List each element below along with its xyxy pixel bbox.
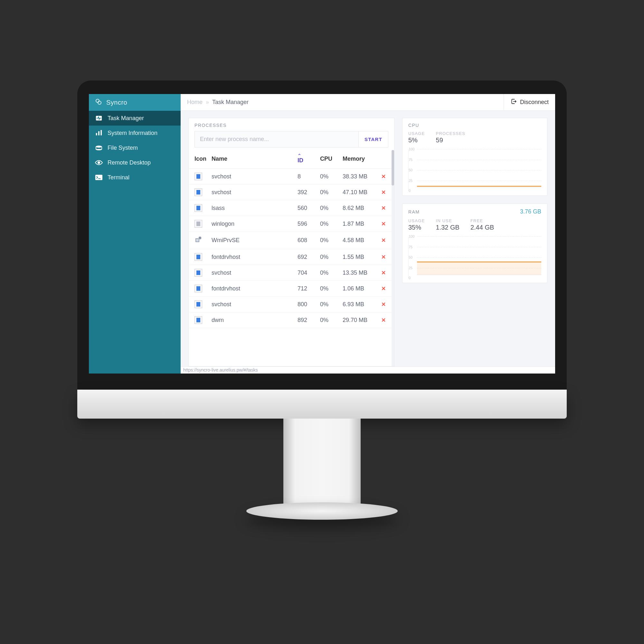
cpu-title: CPU (408, 123, 419, 128)
svg-rect-4 (98, 131, 99, 136)
sidebar-item-terminal[interactable]: Terminal (89, 170, 181, 185)
col-cpu[interactable]: CPU (317, 150, 340, 169)
svg-point-7 (98, 162, 100, 164)
processes-title: PROCESSES (189, 118, 394, 131)
breadcrumb: Home » Task Manager (187, 99, 249, 106)
cpu-chart: 100 75 50 25 0 (408, 149, 541, 191)
process-memory: 6.93 MB (340, 297, 379, 312)
kill-process-button[interactable]: ✕ (379, 297, 392, 312)
sidebar-item-label: File System (108, 145, 138, 151)
main: Home » Task Manager Disconnect (181, 94, 555, 374)
svg-rect-3 (96, 133, 97, 135)
sidebar-item-label: Terminal (108, 174, 129, 181)
process-icon (189, 216, 209, 232)
ram-series-area (417, 261, 541, 275)
process-memory: 13.35 MB (340, 265, 379, 281)
scrollbar-track[interactable] (392, 150, 394, 366)
ram-title: RAM (408, 209, 420, 214)
sidebar-item-system-information[interactable]: System Information (89, 126, 181, 140)
process-name: winlogon (209, 216, 295, 232)
process-icon (189, 200, 209, 216)
process-name: svchost (209, 185, 295, 200)
kill-process-button[interactable]: ✕ (379, 312, 392, 328)
process-cpu: 0% (317, 169, 340, 185)
table-row[interactable]: lsass5600%8.62 MB✕ (189, 200, 392, 216)
process-memory: 1.06 MB (340, 281, 379, 297)
table-row[interactable]: svchost7040%13.35 MB✕ (189, 265, 392, 281)
svg-rect-8 (95, 175, 102, 180)
svg-point-14 (199, 237, 201, 239)
sort-asc-icon: ⌃ (298, 154, 315, 157)
process-icon (189, 297, 209, 312)
process-id: 392 (295, 185, 317, 200)
svg-rect-5 (101, 130, 102, 136)
kill-process-button[interactable]: ✕ (379, 216, 392, 232)
cpu-series-line (417, 186, 541, 187)
svg-point-6 (96, 146, 102, 147)
process-name: svchost (209, 169, 295, 185)
col-id[interactable]: ⌃ ID (295, 150, 317, 169)
process-memory: 38.33 MB (340, 169, 379, 185)
table-row[interactable]: svchost80%38.33 MB✕ (189, 169, 392, 185)
ram-card: RAM 3.76 GB USAGE 35% IN USE (402, 204, 547, 283)
table-row[interactable]: fontdrvhost7120%1.06 MB✕ (189, 281, 392, 297)
process-id: 596 (295, 216, 317, 232)
svg-point-0 (96, 99, 99, 102)
kill-process-button[interactable]: ✕ (379, 169, 392, 185)
brand-logo-icon (95, 98, 102, 107)
table-row[interactable]: dwm8920%29.70 MB✕ (189, 312, 392, 328)
breadcrumb-home[interactable]: Home (187, 99, 203, 106)
process-name: fontdrvhost (209, 249, 295, 265)
table-row[interactable]: svchost8000%6.93 MB✕ (189, 297, 392, 312)
col-name[interactable]: Name (209, 150, 295, 169)
ram-inuse-stat: IN USE 1.32 GB (436, 218, 459, 231)
ram-usage-stat: USAGE 35% (408, 218, 425, 231)
table-row[interactable]: winlogon5960%1.87 MB✕ (189, 216, 392, 232)
cpu-usage-stat: USAGE 5% (408, 131, 425, 144)
sidebar-item-remote-desktop[interactable]: Remote Desktop (89, 155, 181, 170)
process-id: 892 (295, 312, 317, 328)
kill-process-button[interactable]: ✕ (379, 249, 392, 265)
breadcrumb-separator: » (206, 99, 209, 106)
sidebar-item-task-manager[interactable]: Task Manager (89, 111, 181, 126)
process-icon (189, 312, 209, 328)
col-actions (379, 150, 392, 169)
processes-table: Icon Name ⌃ ID CPU (189, 150, 392, 328)
cpu-card: CPU USAGE 5% PROCESSES 59 (402, 118, 547, 196)
ram-total: 3.76 GB (520, 208, 541, 215)
kill-process-button[interactable]: ✕ (379, 265, 392, 281)
process-name: svchost (209, 297, 295, 312)
col-icon[interactable]: Icon (189, 150, 209, 169)
table-row[interactable]: svchost3920%47.10 MB✕ (189, 185, 392, 200)
disconnect-button[interactable]: Disconnect (504, 94, 549, 110)
process-name-input[interactable] (195, 131, 358, 147)
process-cpu: 0% (317, 297, 340, 312)
process-memory: 47.10 MB (340, 185, 379, 200)
col-memory[interactable]: Memory (340, 150, 379, 169)
process-id: 712 (295, 281, 317, 297)
kill-process-button[interactable]: ✕ (379, 281, 392, 297)
process-icon (189, 185, 209, 200)
process-icon (189, 169, 209, 185)
sidebar-item-file-system[interactable]: File System (89, 140, 181, 155)
process-id: 8 (295, 169, 317, 185)
status-bar: https://syncro-live.aurelius.pw/#/tasks (181, 366, 555, 374)
sidebar: Syncro Task Manager (89, 94, 181, 374)
table-row[interactable]: WmiPrvSE6080%4.58 MB✕ (189, 232, 392, 249)
scrollbar-thumb[interactable] (392, 150, 394, 185)
start-button[interactable]: START (358, 131, 388, 147)
svg-point-1 (98, 101, 101, 104)
process-name: WmiPrvSE (209, 232, 295, 249)
process-icon (189, 265, 209, 281)
kill-process-button[interactable]: ✕ (379, 232, 392, 249)
ram-free-stat: FREE 2.44 GB (470, 218, 494, 231)
process-memory: 4.58 MB (340, 232, 379, 249)
kill-process-button[interactable]: ✕ (379, 185, 392, 200)
kill-process-button[interactable]: ✕ (379, 200, 392, 216)
cpu-processes-stat: PROCESSES 59 (436, 131, 466, 144)
process-cpu: 0% (317, 249, 340, 265)
process-name: fontdrvhost (209, 281, 295, 297)
table-row[interactable]: fontdrvhost6920%1.55 MB✕ (189, 249, 392, 265)
process-cpu: 0% (317, 185, 340, 200)
brand: Syncro (89, 94, 181, 111)
